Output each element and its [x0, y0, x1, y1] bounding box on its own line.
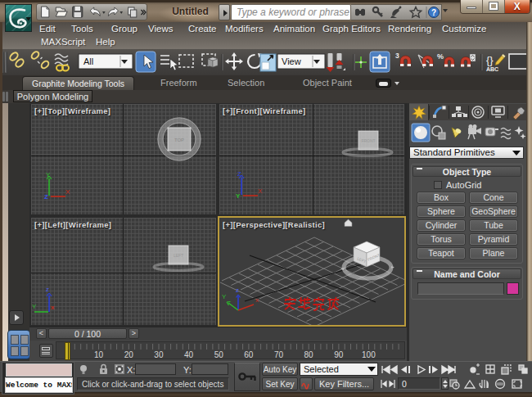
svg-text:z: z — [236, 286, 239, 294]
svg-text:Y: Y — [46, 171, 51, 178]
svg-text:90: 90 — [334, 350, 344, 359]
svg-text:ABC: ABC — [486, 66, 498, 72]
svg-text:30: 30 — [154, 350, 164, 359]
svg-text:80: 80 — [304, 350, 314, 359]
svg-text:70: 70 — [274, 350, 284, 359]
svg-text:Y: Y — [236, 192, 241, 200]
svg-text:TOP: TOP — [174, 138, 184, 142]
svg-text:%: % — [437, 52, 444, 61]
svg-text:60: 60 — [244, 350, 254, 359]
svg-text:100: 100 — [362, 350, 376, 359]
svg-text:X: X — [258, 187, 263, 195]
svg-text:X: X — [65, 188, 70, 196]
svg-text:Z: Z — [44, 193, 48, 201]
svg-text:3: 3 — [395, 52, 399, 60]
svg-text:z: z — [46, 286, 49, 293]
svg-text:20: 20 — [124, 350, 134, 359]
svg-text:Z: Z — [237, 170, 241, 178]
svg-text:Y: Y — [222, 293, 227, 300]
svg-text:View: View — [282, 56, 301, 66]
svg-text:LEFT: LEFT — [174, 253, 183, 258]
svg-text:x: x — [255, 296, 259, 304]
svg-text:{}: {} — [486, 54, 494, 66]
svg-text:All: All — [83, 56, 93, 66]
svg-text:10: 10 — [94, 350, 104, 359]
svg-text:Y: Y — [32, 303, 37, 310]
svg-text:40: 40 — [184, 350, 194, 359]
svg-text:FRONT: FRONT — [361, 138, 375, 143]
svg-text:?: ? — [431, 8, 436, 17]
svg-text:x: x — [51, 304, 55, 311]
svg-text:50: 50 — [214, 350, 224, 359]
